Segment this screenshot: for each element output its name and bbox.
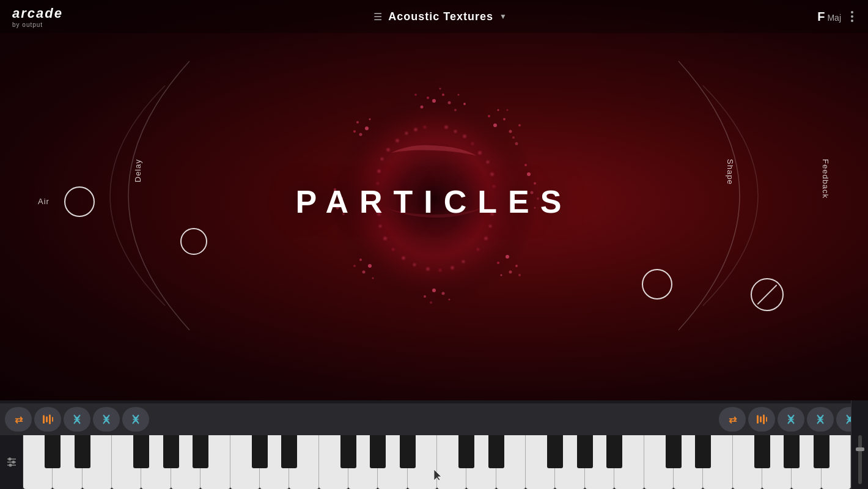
black-key-2-6[interactable] bbox=[606, 435, 622, 468]
delay-knob[interactable] bbox=[180, 228, 207, 255]
svg-point-22 bbox=[534, 182, 536, 185]
dot1 bbox=[851, 11, 853, 13]
more-menu-button[interactable] bbox=[848, 9, 856, 24]
black-key-3-6[interactable] bbox=[814, 435, 829, 468]
dot2 bbox=[851, 15, 853, 18]
particles-label: PARTICLES bbox=[296, 183, 573, 220]
dna-icon-2 bbox=[100, 413, 112, 425]
svg-rect-99 bbox=[760, 416, 762, 422]
svg-point-82 bbox=[451, 267, 454, 270]
dna-button-2[interactable] bbox=[93, 407, 120, 432]
svg-point-9 bbox=[414, 94, 417, 96]
dna-button-3[interactable] bbox=[122, 407, 149, 432]
black-key-3-1[interactable] bbox=[666, 435, 682, 468]
bars-button-1[interactable] bbox=[34, 407, 61, 432]
svg-rect-100 bbox=[763, 414, 765, 424]
air-knob[interactable] bbox=[64, 186, 95, 217]
svg-point-18 bbox=[518, 124, 521, 127]
svg-point-24 bbox=[524, 164, 527, 166]
svg-point-56 bbox=[414, 128, 417, 131]
svg-point-29 bbox=[515, 265, 518, 267]
particle-blob-container bbox=[300, 37, 568, 361]
svg-point-114 bbox=[12, 461, 15, 464]
svg-point-50 bbox=[356, 121, 359, 123]
black-key-2-1[interactable] bbox=[458, 435, 474, 468]
knob-indicator bbox=[752, 279, 782, 310]
svg-point-61 bbox=[471, 142, 474, 145]
dna-icon-3 bbox=[130, 413, 142, 425]
svg-point-62 bbox=[387, 149, 390, 152]
svg-point-6 bbox=[454, 109, 457, 111]
black-key-0-2[interactable] bbox=[75, 435, 90, 468]
black-key-1-1[interactable] bbox=[252, 435, 268, 468]
svg-point-59 bbox=[454, 130, 457, 133]
black-key-0-1[interactable] bbox=[45, 435, 61, 468]
svg-point-74 bbox=[491, 213, 494, 216]
volume-slider-thumb[interactable] bbox=[856, 447, 864, 451]
black-key-2-4[interactable] bbox=[547, 435, 563, 468]
black-key-1-4[interactable] bbox=[340, 435, 356, 468]
preset-dropdown-button[interactable]: ▼ bbox=[499, 12, 507, 21]
svg-point-0 bbox=[330, 92, 538, 306]
black-key-1-6[interactable] bbox=[400, 435, 416, 468]
svg-point-5 bbox=[427, 97, 429, 99]
svg-point-7 bbox=[421, 106, 424, 109]
svg-point-16 bbox=[512, 136, 515, 139]
header: arcade by output ☰ Acoustic Textures ▼ F… bbox=[0, 0, 868, 33]
black-key-0-6[interactable] bbox=[193, 435, 208, 468]
black-key-0-4[interactable] bbox=[133, 435, 149, 468]
svg-point-20 bbox=[507, 109, 509, 111]
svg-point-70 bbox=[378, 213, 381, 216]
dna-button-4[interactable] bbox=[778, 407, 804, 432]
black-key-3-5[interactable] bbox=[784, 435, 800, 468]
black-key-3-2[interactable] bbox=[695, 435, 711, 468]
svg-point-8 bbox=[458, 94, 460, 96]
right-panel bbox=[851, 400, 868, 489]
mixer-button[interactable] bbox=[3, 454, 20, 471]
svg-point-83 bbox=[462, 260, 465, 263]
svg-point-13 bbox=[503, 118, 506, 120]
svg-point-19 bbox=[515, 142, 518, 145]
svg-point-63 bbox=[381, 158, 383, 160]
svg-point-41 bbox=[362, 271, 366, 274]
header-center: ☰ Acoustic Textures ▼ bbox=[63, 10, 817, 23]
shape-knob[interactable] bbox=[642, 269, 672, 300]
key-info[interactable]: F Maj bbox=[817, 10, 841, 24]
dna-button-5[interactable] bbox=[807, 407, 834, 432]
header-right: F Maj bbox=[817, 9, 856, 24]
black-key-2-5[interactable] bbox=[577, 435, 593, 468]
svg-rect-87 bbox=[49, 414, 51, 424]
bars-button-2[interactable] bbox=[748, 407, 775, 432]
svg-point-78 bbox=[402, 257, 405, 260]
svg-rect-88 bbox=[52, 417, 53, 422]
black-key-1-5[interactable] bbox=[370, 435, 386, 468]
black-key-1-2[interactable] bbox=[281, 435, 297, 468]
loop-button-1[interactable]: ⇄ bbox=[5, 407, 32, 432]
dna-icon-4 bbox=[785, 413, 797, 425]
black-key-0-5[interactable] bbox=[163, 435, 179, 468]
svg-rect-98 bbox=[757, 415, 759, 424]
preset-name-label: Acoustic Textures bbox=[388, 10, 493, 23]
piano-keyboard[interactable] bbox=[23, 435, 851, 489]
preset-list-icon: ☰ bbox=[373, 11, 382, 23]
feedback-knob[interactable] bbox=[751, 278, 784, 311]
svg-point-21 bbox=[527, 172, 531, 176]
svg-point-1 bbox=[379, 141, 489, 257]
svg-point-48 bbox=[342, 213, 345, 215]
svg-rect-101 bbox=[766, 417, 767, 422]
svg-point-10 bbox=[463, 103, 466, 105]
black-key-2-2[interactable] bbox=[488, 435, 504, 468]
svg-point-58 bbox=[445, 126, 448, 129]
main-visual-area: PARTICLES Air Delay Shape Feedback bbox=[0, 0, 868, 403]
controls-row: ⇄ bbox=[0, 403, 868, 435]
dot3 bbox=[851, 20, 853, 22]
piano-wrapper bbox=[23, 435, 851, 489]
shape-label: Shape bbox=[726, 159, 735, 185]
dna-button-1[interactable] bbox=[64, 407, 90, 432]
loop-button-2[interactable]: ⇄ bbox=[719, 407, 746, 432]
bars-icon-1 bbox=[42, 414, 53, 425]
svg-point-15 bbox=[488, 115, 490, 117]
black-key-3-4[interactable] bbox=[754, 435, 770, 468]
svg-point-2 bbox=[432, 99, 436, 103]
volume-slider-track[interactable] bbox=[858, 435, 862, 484]
